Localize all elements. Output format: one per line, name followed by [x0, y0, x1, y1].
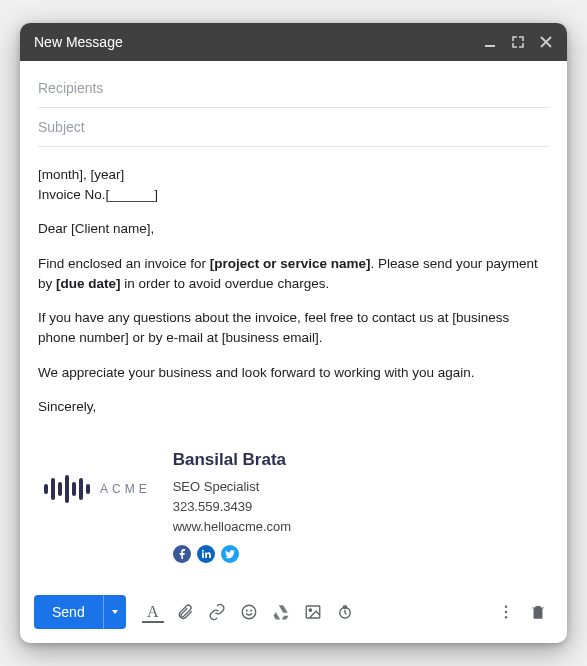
body-salutation: Dear [Client name],: [38, 219, 549, 239]
svg-point-7: [309, 609, 311, 611]
body-invoice-line: Invoice No.[______]: [38, 185, 549, 205]
attach-icon[interactable]: [170, 597, 200, 627]
logo: ACME: [38, 447, 151, 503]
compose-window: New Message [month], [year] Invoice No.[…: [20, 23, 567, 643]
titlebar: New Message: [20, 23, 567, 61]
close-icon[interactable]: [539, 35, 553, 49]
fullscreen-icon[interactable]: [511, 35, 525, 49]
titlebar-actions: [483, 35, 553, 49]
logo-mark-icon: [44, 475, 90, 503]
svg-rect-1: [202, 553, 204, 559]
body-paragraph-3: We appreciate your business and look for…: [38, 363, 549, 383]
body-signoff: Sincerely,: [38, 397, 549, 417]
recipients-input[interactable]: [38, 80, 549, 96]
window-title: New Message: [34, 34, 123, 50]
message-body[interactable]: [month], [year] Invoice No.[______] Dear…: [20, 147, 567, 441]
formatting-icon[interactable]: A: [138, 597, 168, 627]
twitter-icon[interactable]: [221, 545, 239, 563]
body-paragraph-1: Find enclosed an invoice for [project or…: [38, 254, 549, 295]
social-links: [173, 545, 292, 563]
svg-point-12: [505, 616, 507, 618]
svg-point-2: [202, 550, 204, 552]
signature-name: Bansilal Brata: [173, 447, 292, 473]
discard-icon[interactable]: [523, 597, 553, 627]
body-date-line: [month], [year]: [38, 165, 549, 185]
logo-text: ACME: [100, 482, 151, 496]
subject-field[interactable]: [38, 108, 549, 147]
facebook-icon[interactable]: [173, 545, 191, 563]
send-group: Send: [34, 595, 126, 629]
signature-title: SEO Specialist: [173, 477, 292, 497]
drive-icon[interactable]: [266, 597, 296, 627]
minimize-icon[interactable]: [483, 35, 497, 49]
recipients-field[interactable]: [38, 69, 549, 108]
svg-point-5: [251, 610, 252, 611]
svg-point-4: [246, 610, 247, 611]
body-paragraph-2: If you have any questions about the invo…: [38, 308, 549, 349]
subject-input[interactable]: [38, 119, 549, 135]
compose-toolbar: Send A: [20, 585, 567, 643]
svg-point-3: [242, 605, 256, 619]
header-fields: [20, 61, 567, 147]
more-options-icon[interactable]: [491, 597, 521, 627]
send-button[interactable]: Send: [34, 595, 103, 629]
svg-rect-0: [485, 45, 495, 47]
signature-phone: 323.559.3439: [173, 497, 292, 517]
svg-rect-6: [306, 606, 320, 618]
signature-block: ACME Bansilal Brata SEO Specialist 323.5…: [20, 441, 567, 585]
svg-point-11: [505, 611, 507, 613]
svg-point-10: [505, 606, 507, 608]
send-options-button[interactable]: [103, 595, 126, 629]
signature-website: www.helloacme.com: [173, 517, 292, 537]
confidential-icon[interactable]: [330, 597, 360, 627]
emoji-icon[interactable]: [234, 597, 264, 627]
signature-info: Bansilal Brata SEO Specialist 323.559.34…: [173, 447, 292, 563]
linkedin-icon[interactable]: [197, 545, 215, 563]
link-icon[interactable]: [202, 597, 232, 627]
image-icon[interactable]: [298, 597, 328, 627]
